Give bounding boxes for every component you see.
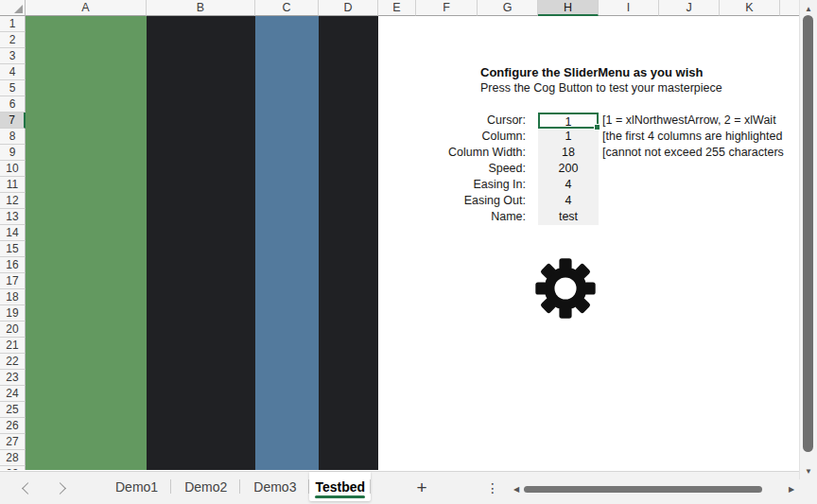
row-header-label: 16 bbox=[6, 258, 18, 271]
row-header-label: 8 bbox=[9, 130, 16, 143]
column-d-dark-fill bbox=[319, 16, 378, 470]
row-header[interactable]: 17 bbox=[0, 273, 26, 289]
row-header[interactable]: 3 bbox=[0, 48, 26, 64]
row-header[interactable]: 27 bbox=[0, 434, 26, 450]
field-comment: [1 = xlNorthwestArrow, 2 = xlWait bbox=[602, 113, 776, 129]
sheet-tab[interactable]: Demo2 bbox=[171, 472, 240, 501]
hscroll-right-button[interactable]: ▶ bbox=[784, 479, 799, 498]
row-header[interactable]: 2 bbox=[0, 32, 26, 48]
row-header-label: 13 bbox=[6, 210, 18, 223]
row-header[interactable]: 18 bbox=[0, 289, 26, 305]
field-value: 1 bbox=[565, 115, 572, 129]
gear-icon bbox=[534, 257, 597, 320]
row-header[interactable]: 15 bbox=[0, 241, 26, 257]
row-header-label: 7 bbox=[9, 113, 15, 127]
row-header[interactable]: 13 bbox=[0, 209, 26, 225]
column-header[interactable]: I bbox=[599, 0, 659, 16]
prev-sheet-button[interactable] bbox=[17, 476, 38, 500]
row-header-label: 11 bbox=[7, 178, 18, 191]
config-field-row: Column Width: 18 [cannot not exceed 255 … bbox=[26, 145, 799, 161]
horizontal-scrollbar-thumb[interactable] bbox=[524, 486, 762, 493]
sheet-tab[interactable]: Testbed bbox=[309, 472, 371, 501]
config-subtitle: Press the Cog Button to test your master… bbox=[480, 80, 722, 96]
field-value-cell[interactable]: test bbox=[538, 209, 599, 225]
column-header-label: G bbox=[503, 1, 513, 14]
field-label: Speed: bbox=[26, 161, 526, 177]
horizontal-scrollbar-track[interactable] bbox=[524, 486, 785, 493]
row-header[interactable]: 10 bbox=[0, 161, 26, 177]
row-header-label: 28 bbox=[6, 451, 18, 464]
column-header-label: K bbox=[745, 1, 753, 14]
tab-menu-button[interactable]: ⋮ bbox=[483, 476, 502, 500]
select-all-corner[interactable] bbox=[0, 0, 26, 16]
row-header[interactable]: 14 bbox=[0, 225, 26, 241]
sheet-tab[interactable]: Demo1 bbox=[102, 472, 171, 501]
column-header[interactable]: E bbox=[378, 0, 416, 16]
field-value-cell[interactable]: 4 bbox=[538, 177, 599, 193]
column-header[interactable]: G bbox=[478, 0, 538, 16]
row-header[interactable]: 19 bbox=[0, 305, 26, 322]
row-header[interactable]: 28 bbox=[0, 450, 26, 466]
add-sheet-button[interactable]: + bbox=[410, 475, 433, 500]
config-form: Cursor: 1 [1 = xlNorthwestArrow, 2 = xlW… bbox=[26, 113, 799, 225]
field-label: Column Width: bbox=[26, 145, 526, 161]
column-header-label: B bbox=[197, 1, 204, 14]
sheet-grid[interactable]: Configure the SliderMenu as you wish Pre… bbox=[26, 16, 799, 470]
triangle-right-icon: ▶ bbox=[789, 485, 794, 494]
column-header[interactable]: C bbox=[255, 0, 319, 16]
row-header[interactable]: 22 bbox=[0, 354, 26, 370]
column-header[interactable]: F bbox=[416, 0, 478, 16]
row-header[interactable]: 23 bbox=[0, 370, 26, 386]
config-field-row: Easing Out: 4 bbox=[26, 193, 799, 209]
column-header[interactable]: K bbox=[720, 0, 780, 16]
column-c-blue-fill bbox=[255, 16, 319, 470]
row-header-label: 29 bbox=[6, 467, 18, 470]
vertical-scrollbar[interactable]: ▲ ▼ bbox=[799, 0, 817, 479]
chevron-left-icon bbox=[22, 482, 34, 495]
cog-button[interactable] bbox=[534, 257, 597, 320]
vertical-scrollbar-thumb[interactable] bbox=[803, 15, 813, 452]
row-header[interactable]: 6 bbox=[0, 96, 26, 113]
field-value: 4 bbox=[565, 178, 572, 191]
row-header[interactable]: 9 bbox=[0, 145, 26, 161]
hscroll-left-button[interactable]: ◀ bbox=[509, 479, 524, 498]
field-value-cell[interactable]: 4 bbox=[538, 193, 599, 209]
field-value-cell[interactable]: 1 bbox=[538, 129, 599, 145]
field-value-cell[interactable]: 18 bbox=[538, 145, 599, 161]
column-header[interactable]: J bbox=[659, 0, 720, 16]
field-label: Cursor: bbox=[26, 113, 526, 129]
row-header[interactable]: 21 bbox=[0, 338, 26, 354]
row-header[interactable]: 11 bbox=[0, 177, 26, 193]
row-header[interactable]: 16 bbox=[0, 257, 26, 273]
row-header[interactable]: 4 bbox=[0, 64, 26, 80]
row-header[interactable]: 1 bbox=[0, 16, 26, 32]
row-header[interactable]: 26 bbox=[0, 418, 26, 434]
column-header[interactable]: A bbox=[26, 0, 147, 16]
row-header-label: 23 bbox=[6, 371, 18, 384]
field-value-cell[interactable]: 200 bbox=[538, 161, 599, 177]
field-value: 18 bbox=[562, 146, 575, 159]
plus-icon: + bbox=[416, 478, 426, 498]
row-header[interactable]: 20 bbox=[0, 322, 26, 338]
column-header[interactable]: B bbox=[147, 0, 255, 16]
row-header[interactable]: 8 bbox=[0, 129, 26, 145]
field-value-cell[interactable]: 1 bbox=[538, 113, 599, 129]
row-header-label: 17 bbox=[6, 274, 18, 287]
fill-handle[interactable] bbox=[594, 124, 600, 130]
row-header[interactable]: 12 bbox=[0, 193, 26, 209]
next-sheet-button[interactable] bbox=[49, 476, 70, 500]
vscroll-up-button[interactable]: ▲ bbox=[800, 3, 817, 14]
row-header[interactable]: 24 bbox=[0, 386, 26, 402]
column-header[interactable]: D bbox=[319, 0, 378, 16]
row-header[interactable]: 7 bbox=[0, 113, 26, 129]
field-value: 1 bbox=[565, 130, 572, 143]
row-header[interactable]: 29 bbox=[0, 466, 26, 470]
row-header[interactable]: 5 bbox=[0, 80, 26, 96]
row-header-label: 1 bbox=[9, 17, 16, 30]
row-header[interactable]: 25 bbox=[0, 402, 26, 418]
triangle-up-icon: ▲ bbox=[805, 5, 812, 13]
column-header-filler bbox=[780, 0, 799, 16]
sheet-tab[interactable]: Demo3 bbox=[240, 472, 309, 501]
column-header[interactable]: H bbox=[538, 0, 599, 16]
vscroll-down-button[interactable]: ▼ bbox=[800, 465, 817, 477]
